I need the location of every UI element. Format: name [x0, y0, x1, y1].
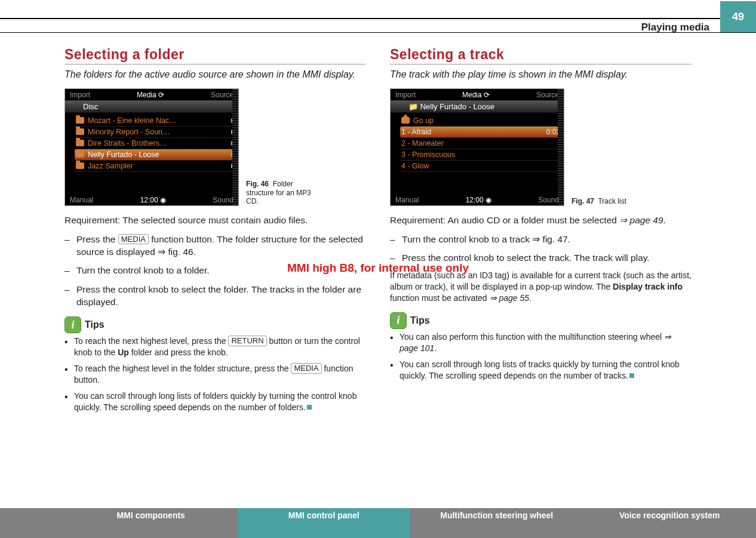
folder-icon [76, 140, 84, 146]
return-key: RETURN [228, 336, 266, 346]
tab-mmi-components[interactable]: MMI components [64, 508, 238, 538]
mmi-title-bar: Disc [65, 100, 238, 113]
steps-right: Turn the control knob to a track ⇒ fig. … [390, 233, 692, 265]
mmi-top-right: Source [536, 91, 559, 99]
mmi-clock: 12:00 ◉ [466, 196, 491, 204]
media-key: MEDIA [118, 234, 149, 245]
mmi-bottom-right: Sound [538, 196, 559, 204]
end-mark-icon [307, 405, 312, 410]
tab-mmi-control-panel[interactable]: MMI control panel [238, 508, 411, 538]
tip-2: You can scroll through long lists of tra… [390, 359, 692, 382]
info-icon: i [390, 312, 407, 329]
mmi-top-center: Media ⟳ [462, 91, 490, 99]
mmi-top-left: Import [70, 91, 90, 99]
content-area: Selecting a folder The folders for the a… [64, 47, 692, 484]
fig47-caption: Fig. 47 Track list [571, 197, 637, 205]
tip-3: You can scroll through long lists of fol… [64, 391, 366, 413]
tip-2: To reach the highest level in the folder… [64, 363, 366, 386]
section-title-right: Selecting a track [390, 47, 692, 64]
fig46-caption: Fig. 46 Folder structure for an MP3 CD. [246, 180, 312, 205]
tips-list-right: You can also perform this function with … [390, 331, 692, 382]
mmi-top-center: Media ⟳ [137, 91, 164, 99]
step-2: Turn the control knob to a folder. [64, 264, 366, 276]
folder-icon [76, 162, 84, 169]
metadata-note: If metadata (such as an ID3 tag) is avai… [390, 270, 692, 304]
mmi-bottom-right: Sound [213, 196, 233, 204]
info-icon: i [64, 316, 81, 333]
intro-left: The folders for the active audio source … [64, 68, 366, 81]
footer-tabs: MMI components MMI control panel Multifu… [0, 508, 756, 538]
mmi-screenshot-folders: Import Media ⟳ Source Disc Mozart - Eine… [64, 88, 239, 206]
requirement-right: Requirement: An audio CD or a folder mus… [390, 214, 692, 227]
chapter-title: Playing media [641, 21, 709, 33]
tips-label: Tips [410, 315, 430, 326]
tab-multifunction-wheel[interactable]: Multifunction steering wheel [410, 508, 583, 538]
mmi-folder-list: Mozart - Eine kleine Nac… Minority Repor… [65, 113, 238, 172]
footer-spacer [0, 508, 64, 538]
requirement-left: Requirement: The selected source must co… [64, 214, 366, 227]
folder-icon [76, 128, 84, 135]
side-strip [558, 89, 564, 205]
tips-label: Tips [85, 319, 105, 330]
page-number: 49 [720, 1, 756, 32]
tips-header-right: i Tips [390, 312, 692, 329]
mmi-bottom-left: Manual [395, 196, 419, 204]
end-mark-icon [629, 373, 634, 378]
side-strip [232, 89, 238, 205]
media-key: MEDIA [291, 363, 321, 374]
step-3: Press the control knob to select the fol… [64, 283, 366, 309]
steps-left: Press the MEDIA function button. The fol… [64, 233, 366, 309]
intro-right: The track with the play time is shown in… [390, 68, 692, 81]
right-column: Selecting a track The track with the pla… [390, 47, 692, 484]
mmi-clock: 12:00 ◉ [140, 196, 166, 204]
tab-voice-recognition[interactable]: Voice recognition system [583, 508, 757, 538]
figure-46: Import Media ⟳ Source Disc Mozart - Eine… [64, 88, 366, 206]
go-up-icon [401, 117, 410, 124]
tips-list-left: To reach the next highest level, press t… [64, 336, 366, 413]
tip-1: You can also perform this function with … [390, 331, 692, 354]
folder-icon [76, 117, 84, 124]
mmi-screenshot-tracks: Import Media ⟳ Source 📁 Nelly Furtado - … [390, 88, 564, 206]
mmi-bottom-left: Manual [70, 196, 93, 204]
step-1: Press the MEDIA function button. The fol… [64, 233, 366, 259]
mmi-top-right: Source [211, 91, 233, 99]
section-title-left: Selecting a folder [64, 47, 366, 64]
step-2: Press the control knob to select the tra… [390, 251, 692, 264]
step-1: Turn the control knob to a track ⇒ fig. … [390, 233, 692, 245]
folder-icon [76, 151, 84, 158]
figure-47: Import Media ⟳ Source 📁 Nelly Furtado - … [390, 88, 692, 206]
mmi-track-list: Go up 1 - Afraid0:02 2 - Maneater 3 - Pr… [391, 113, 564, 172]
left-column: Selecting a folder The folders for the a… [64, 47, 366, 484]
mmi-top-left: Import [395, 91, 416, 99]
header-bar: Playing media 49 [0, 18, 756, 33]
tips-header-left: i Tips [64, 316, 366, 333]
mmi-title-bar: 📁 Nelly Furtado - Loose [391, 100, 564, 113]
tip-1: To reach the next highest level, press t… [64, 336, 366, 358]
